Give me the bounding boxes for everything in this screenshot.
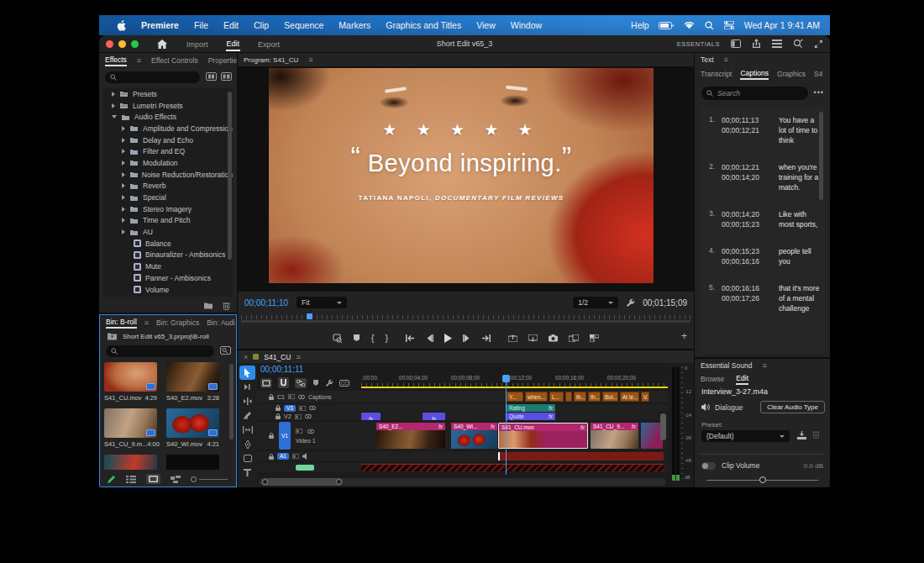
video-clip[interactable]: S40_WI...fx [451, 423, 497, 449]
go-to-in-icon[interactable] [406, 334, 415, 342]
lift-icon[interactable] [508, 334, 517, 342]
effects-tree-item[interactable]: Special [103, 192, 233, 203]
menu-graphics-titles[interactable]: Graphics and Titles [378, 20, 469, 30]
chevron-right-icon[interactable] [122, 195, 125, 200]
stacked-panels-icon[interactable] [772, 39, 782, 48]
lock-icon[interactable] [269, 454, 274, 460]
panel-menu-icon[interactable]: ≡ [762, 361, 766, 370]
caption-entry[interactable]: 3. 00;00;14;2000;00;15;23 Like with most… [705, 209, 822, 229]
caption-clip[interactable]: V... [641, 392, 649, 402]
tab-captions[interactable]: Captions [740, 67, 769, 80]
tab-export[interactable]: Export [257, 38, 281, 50]
tab-bin-broll[interactable]: Bin: B-roll [106, 316, 137, 329]
thumbnail-zoom-slider[interactable] [191, 476, 228, 482]
eye-icon[interactable] [305, 414, 312, 418]
slider-knob[interactable] [759, 476, 766, 483]
program-current-timecode[interactable]: 00;00;11;10 [244, 298, 288, 308]
menu-file[interactable]: File [186, 20, 216, 30]
tab-browse[interactable]: Browse [701, 372, 724, 385]
effects-tree-item[interactable]: AU [103, 226, 233, 238]
chevron-right-icon[interactable] [122, 229, 125, 234]
timeline-settings-wrench-icon[interactable] [325, 379, 333, 387]
effects-tree-item[interactable]: Reverb [103, 181, 233, 192]
minimize-window-button[interactable] [118, 40, 126, 48]
32bit-effects-filter-icon[interactable] [221, 72, 232, 81]
search-bin-icon[interactable] [220, 346, 231, 355]
chevron-right-icon[interactable] [122, 160, 125, 166]
lock-icon[interactable] [276, 405, 281, 411]
quote-graphic-clip[interactable]: Quotefx [507, 413, 555, 420]
captions-scrollbar[interactable] [819, 112, 823, 200]
delete-preset-icon[interactable] [812, 430, 820, 439]
zoom-level-select[interactable]: Fit [297, 297, 347, 308]
menu-premiere[interactable]: Premiere [134, 20, 186, 30]
effects-tree-item[interactable]: Balance [103, 238, 233, 250]
program-scrubber[interactable] [241, 313, 690, 325]
chevron-right-icon[interactable] [122, 183, 125, 188]
chevron-right-icon[interactable] [112, 103, 115, 108]
selection-tool[interactable] [239, 366, 255, 380]
effects-tree-item[interactable]: Filter and EQ [103, 145, 233, 157]
list-view-icon[interactable] [126, 476, 136, 483]
tab-transcript[interactable]: Transcript [701, 67, 732, 80]
caption-track-header[interactable]: C1 Captions [257, 391, 361, 403]
marker-icon[interactable] [353, 334, 360, 342]
eye-icon[interactable] [298, 395, 305, 399]
caption-clip[interactable]: th... [588, 392, 601, 402]
effects-tree-item[interactable]: Panner - Ambisonics [103, 272, 233, 284]
panel-menu-icon[interactable]: ≡ [144, 318, 149, 327]
effects-tree-item[interactable]: Audio Effects [103, 111, 233, 123]
sequence-tab[interactable]: S41_CU [264, 353, 291, 361]
share-icon[interactable] [752, 39, 761, 49]
captions-more-options-icon[interactable]: ••• [814, 88, 824, 97]
step-forward-icon[interactable] [463, 334, 470, 342]
caption-entry[interactable]: 5. 00;00;16;1600;00;17;26 that it's more… [705, 283, 822, 313]
maximize-icon[interactable] [814, 39, 823, 49]
writable-pencil-icon[interactable] [107, 475, 116, 484]
extract-icon[interactable] [528, 334, 538, 342]
effects-tree-item[interactable]: Modulation [103, 157, 233, 169]
panel-menu-icon[interactable]: ≡ [137, 56, 141, 65]
zoom-handle-left[interactable] [262, 479, 268, 485]
video-clip-selected[interactable]: S41_CU.movfx [498, 423, 588, 449]
chevron-right-icon[interactable] [122, 138, 125, 143]
home-icon[interactable] [157, 39, 167, 49]
effects-tree-item[interactable]: Mute [103, 260, 233, 272]
caption-clip[interactable]: But... [602, 392, 618, 402]
track-output-icon[interactable] [288, 394, 295, 399]
chevron-right-icon[interactable] [112, 92, 115, 97]
zoom-handle-right[interactable] [336, 479, 342, 485]
tab-es-edit[interactable]: Edit [736, 372, 748, 385]
program-playhead[interactable] [307, 313, 312, 319]
menu-sequence[interactable]: Sequence [276, 20, 331, 30]
effects-tree-item[interactable]: Amplitude and Compression [103, 123, 233, 134]
timeline-zoom-scrollbar[interactable] [259, 478, 666, 486]
tab-properties[interactable]: Properties [208, 54, 237, 66]
button-editor-icon[interactable]: + [681, 330, 687, 342]
save-preset-icon[interactable] [797, 431, 806, 439]
mark-in-icon[interactable]: { [371, 333, 375, 343]
timeline-playhead[interactable] [506, 375, 507, 475]
pen-tool[interactable] [238, 437, 257, 451]
track-select-forward-tool[interactable] [238, 380, 257, 394]
menu-view[interactable]: View [469, 20, 503, 30]
eye-icon[interactable] [307, 429, 314, 434]
effects-tree-item[interactable]: Binauralizer - Ambisonics [103, 250, 233, 261]
chevron-right-icon[interactable] [122, 172, 125, 177]
effects-tree-item[interactable]: Lumetri Presets [103, 100, 233, 112]
v1-track-header[interactable]: V1 Video 1 [257, 422, 361, 450]
bin-scrollbar[interactable] [229, 364, 234, 439]
spotlight-search-icon[interactable] [705, 21, 714, 30]
bin-clip[interactable] [166, 455, 219, 470]
multicam-icon[interactable] [590, 334, 599, 342]
mute-speaker-icon[interactable] [302, 453, 310, 460]
freeform-view-icon[interactable] [171, 476, 181, 483]
caption-clip[interactable]: th... [574, 392, 586, 402]
v1-source-patch[interactable]: V1 [279, 422, 291, 450]
caption-clip[interactable]: At le... [620, 392, 639, 402]
effects-scrollbar[interactable] [228, 92, 232, 260]
bin-clip[interactable]: S40_WI.mov4:21 [166, 408, 219, 448]
fx-graphic-clip[interactable]: fx [423, 413, 445, 420]
new-custom-bin-icon[interactable] [203, 302, 213, 309]
bin-clip[interactable]: S41_CU.mov4:29 [104, 362, 157, 402]
